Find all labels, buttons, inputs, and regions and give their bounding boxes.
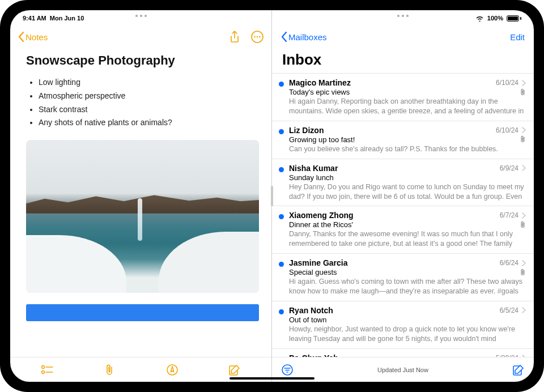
attachment-icon [520,135,526,143]
filter-button[interactable] [281,364,294,376]
more-button[interactable] [251,31,264,43]
note-second-image-cropped[interactable] [26,304,259,321]
mail-date: 6/6/24 [500,259,518,267]
mail-date: 6/5/24 [500,306,518,314]
mail-message-row[interactable]: Liz Dizon6/10/24Growing up too fast!Can … [272,121,534,159]
unread-dot-icon [279,262,284,267]
note-bullet: Atmospheric perspective [39,90,259,103]
mail-message-row[interactable]: Ryan Notch6/5/24Out of townHowdy, neighb… [272,301,534,348]
unread-dot-icon [279,129,284,134]
chevron-left-icon [18,32,24,42]
chevron-right-icon [522,80,526,86]
home-indicator[interactable] [230,377,314,380]
screen: 9:41 AM Mon Jun 10 100% [10,10,534,382]
chevron-right-icon [522,307,526,313]
svg-point-3 [259,36,261,38]
note-content[interactable]: Snowscape Photography Low lighting Atmos… [10,50,271,357]
mailboxes-back-label: Mailboxes [288,32,327,42]
mail-subject: Growing up too fast! [289,135,355,144]
mail-subject: Sunday lunch [289,173,334,182]
mail-sender: Jasmine Garcia [289,258,348,267]
unread-dot-icon [279,214,284,219]
mail-message-row[interactable]: Jasmine Garcia6/6/24Special guestsHi aga… [272,253,534,301]
notes-back-button[interactable]: Notes [18,32,48,42]
mail-date: 6/10/24 [496,126,518,134]
mailboxes-back-button[interactable]: Mailboxes [281,32,327,42]
svg-point-6 [42,370,45,373]
mail-subject: Special guests [289,268,337,276]
note-bullet: Stark contrast [39,103,259,117]
chevron-right-icon [522,127,526,133]
chevron-right-icon [522,165,526,171]
notes-nav-bar: Notes [10,24,271,50]
battery-icon [507,15,521,22]
svg-point-2 [257,36,258,38]
attachment-button[interactable] [103,364,116,376]
note-title: Snowscape Photography [26,53,259,68]
unread-dot-icon [279,167,284,172]
status-time: 9:41 AM [23,15,46,22]
mail-preview: Can you believe she's already so tall? P… [289,144,526,154]
mail-message-row[interactable]: Magico Martinez6/10/24Today's epic views… [272,73,534,121]
mail-preview: Howdy, neighbor, Just wanted to drop a q… [289,325,526,344]
mail-date: 6/9/24 [500,164,518,172]
note-bullet: Low lighting [39,76,259,90]
mail-message-row[interactable]: Nisha Kumar6/9/24Sunday lunchHey Danny, … [272,159,534,206]
svg-point-4 [42,365,45,368]
mail-pane: Mailboxes Edit Inbox Magico Martinez6/10… [272,10,534,382]
share-button[interactable] [228,31,241,43]
mail-updated-status: Updated Just Now [377,367,428,373]
attachment-icon [520,221,526,228]
note-bullet: Any shots of native plants or animals? [39,116,259,130]
mail-preview: Hi again Danny, Reporting back on anothe… [289,97,526,116]
svg-point-1 [254,36,256,38]
chevron-right-icon [522,355,526,357]
unread-dot-icon [279,309,284,314]
mail-subject: Out of town [289,316,326,324]
mail-subject: Dinner at the Ricos' [289,220,353,229]
mail-preview: Hi again. Guess who's coming to town wit… [289,277,526,296]
note-attached-image[interactable] [26,140,259,293]
mail-nav-bar: Mailboxes Edit [272,24,534,50]
mail-preview: Hey Danny, Do you and Rigo want to come … [289,182,526,202]
ipad-frame: 9:41 AM Mon Jun 10 100% [0,0,544,392]
status-bar: 9:41 AM Mon Jun 10 100% [10,10,534,24]
mail-sender: Nisha Kumar [289,164,338,173]
mail-date: 6/7/24 [500,211,518,219]
wifi-icon [475,15,484,22]
mail-sender: Xiaomeng Zhong [289,211,354,220]
chevron-left-icon [281,32,287,42]
mail-message-list[interactable]: Magico Martinez6/10/24Today's epic views… [272,73,534,357]
notes-back-label: Notes [26,32,48,42]
note-bullet-list: Low lighting Atmospheric perspective Sta… [26,76,259,130]
mail-sender: Liz Dizon [289,126,324,135]
mail-message-row[interactable]: Xiaomeng Zhong6/7/24Dinner at the Ricos'… [272,206,534,253]
mail-message-row[interactable]: Po-Chun Yeh5/29/24Lunch call? [272,348,534,357]
markup-button[interactable] [166,364,178,376]
compose-mail-button[interactable] [512,364,525,376]
mail-subject: Today's epic views [289,88,350,96]
mail-preview: Danny, Thanks for the awesome evening! I… [289,229,526,249]
compose-note-button[interactable] [228,364,241,376]
notes-pane: Notes Snowscape Photography Low lighting… [10,10,272,382]
unread-dot-icon [279,82,284,87]
battery-percent: 100% [487,15,503,22]
attachment-icon [520,269,526,276]
split-view-handle[interactable] [271,186,273,206]
attachment-icon [520,88,526,96]
chevron-right-icon [522,260,526,266]
chevron-right-icon [522,212,526,219]
mail-sender: Ryan Notch [289,306,333,315]
mail-date: 6/10/24 [496,79,518,87]
mail-sender: Magico Martinez [289,78,351,87]
checklist-button[interactable] [41,364,53,376]
status-date: Mon Jun 10 [50,15,84,22]
mail-edit-button[interactable]: Edit [510,32,525,42]
mail-date: 5/29/24 [496,354,518,357]
mail-sender: Po-Chun Yeh [289,353,338,357]
mail-title: Inbox [272,50,534,73]
